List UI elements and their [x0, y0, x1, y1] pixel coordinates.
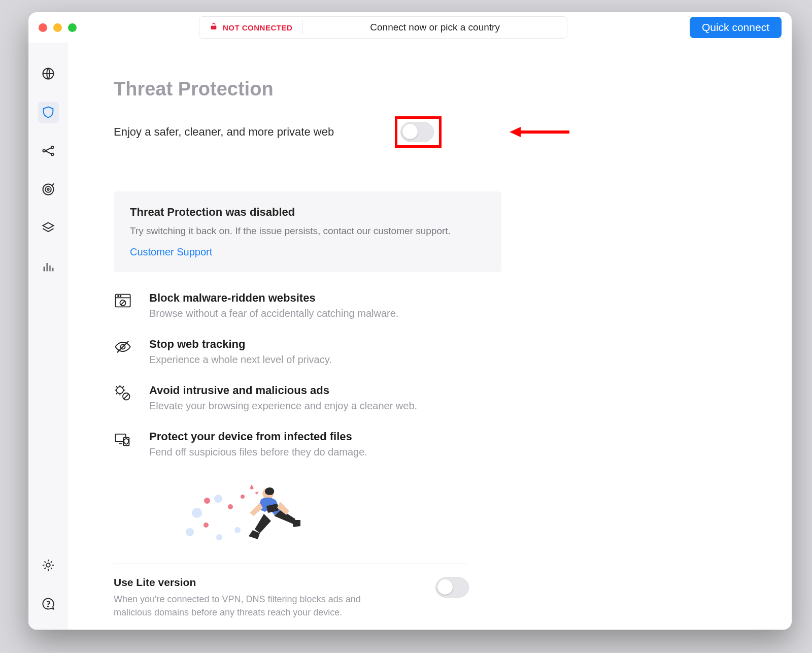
globe-icon [41, 67, 55, 81]
feature-title: Avoid intrusive and malicious ads [149, 384, 417, 397]
lite-desc: When you're connected to VPN, DNS filter… [114, 593, 388, 619]
feature-list: Block malware-ridden websites Browse wit… [114, 291, 479, 458]
shield-icon [41, 105, 55, 119]
svg-point-27 [204, 523, 209, 528]
target-icon [41, 182, 55, 197]
window-minimize-button[interactable] [53, 23, 62, 32]
feature-title: Block malware-ridden websites [149, 291, 398, 305]
svg-point-3 [51, 153, 54, 156]
svg-point-7 [46, 563, 50, 567]
svg-point-26 [228, 504, 233, 509]
devices-shield-icon [114, 430, 132, 448]
svg-point-13 [120, 296, 121, 297]
notice-title: Threat Protection was disabled [130, 206, 485, 219]
window-controls [39, 23, 77, 32]
svg-point-1 [43, 150, 46, 152]
connection-status: NOT CONNECTED [199, 20, 303, 35]
svg-point-8 [48, 606, 48, 607]
sidebar-item-meshnet[interactable] [38, 140, 59, 161]
quick-connect-button[interactable]: Quick connect [690, 17, 782, 38]
svg-point-20 [192, 508, 202, 518]
running-person-illustration [175, 476, 756, 554]
sidebar-item-help[interactable] [38, 593, 59, 614]
svg-point-23 [216, 534, 222, 540]
svg-marker-10 [510, 127, 521, 137]
disabled-notice: Threat Protection was disabled Try switc… [114, 191, 501, 272]
svg-point-12 [118, 296, 119, 297]
feature-title: Protect your device from infected files [149, 430, 367, 443]
svg-point-24 [234, 527, 241, 533]
svg-point-25 [204, 498, 210, 504]
lite-version-row: Use Lite version When you're connected t… [114, 576, 469, 619]
svg-point-6 [47, 188, 49, 190]
lite-version-toggle[interactable] [435, 577, 469, 598]
svg-point-16 [117, 386, 124, 394]
sidebar [28, 43, 68, 630]
main-content: Threat Protection Enjoy a safer, cleaner… [68, 43, 792, 630]
network-icon [41, 144, 55, 158]
feature-avoid-ads: Avoid intrusive and malicious ads Elevat… [114, 384, 479, 412]
bars-icon [41, 259, 55, 274]
annotation-arrow-icon [510, 125, 570, 139]
connection-status-text: NOT CONNECTED [223, 23, 292, 32]
eye-off-icon [114, 338, 132, 356]
page-subtitle: Enjoy a safer, cleaner, and more private… [114, 125, 334, 139]
threat-protection-toggle[interactable] [400, 122, 434, 142]
feature-protect-files: Protect your device from infected files … [114, 430, 479, 458]
sidebar-item-stats[interactable] [38, 256, 59, 277]
page-title: Threat Protection [114, 78, 756, 100]
window-zoom-button[interactable] [68, 23, 77, 32]
sidebar-item-connection[interactable] [38, 63, 59, 84]
window-close-button[interactable] [39, 23, 47, 32]
browser-block-icon [114, 291, 132, 310]
feature-desc: Fend off suspicious files before they do… [149, 446, 367, 458]
annotation-highlight [395, 116, 442, 148]
sidebar-item-threat-protection[interactable] [38, 102, 59, 123]
svg-point-21 [186, 528, 194, 536]
svg-point-28 [241, 495, 245, 499]
feature-title: Stop web tracking [149, 338, 332, 351]
notice-body: Try switching it back on. If the issue p… [130, 224, 485, 238]
svg-point-5 [45, 186, 51, 192]
sidebar-item-settings[interactable] [38, 554, 59, 576]
divider [114, 564, 469, 564]
gear-icon [41, 558, 55, 572]
titlebar: NOT CONNECTED Connect now or pick a coun… [28, 12, 792, 43]
lock-open-icon [210, 22, 218, 33]
lite-title: Use Lite version [114, 576, 388, 589]
feature-stop-tracking: Stop web tracking Experience a whole nex… [114, 338, 479, 366]
sidebar-item-presets[interactable] [38, 217, 59, 239]
help-icon [41, 597, 55, 611]
bug-block-icon [114, 384, 132, 402]
connection-prompt: Connect now or pick a country [303, 22, 567, 33]
customer-support-link[interactable]: Customer Support [130, 246, 212, 257]
feature-desc: Browse without a fear of accidentally ca… [149, 308, 398, 319]
feature-desc: Experience a whole next level of privacy… [149, 354, 332, 366]
connection-bar[interactable]: NOT CONNECTED Connect now or pick a coun… [199, 16, 567, 39]
svg-point-2 [51, 146, 54, 149]
app-window: NOT CONNECTED Connect now or pick a coun… [28, 12, 792, 630]
sidebar-item-darkweb[interactable] [38, 179, 59, 200]
layers-icon [41, 221, 55, 235]
svg-point-22 [214, 495, 222, 503]
feature-block-malware: Block malware-ridden websites Browse wit… [114, 291, 479, 319]
feature-desc: Elevate your browsing experience and enj… [149, 400, 417, 412]
